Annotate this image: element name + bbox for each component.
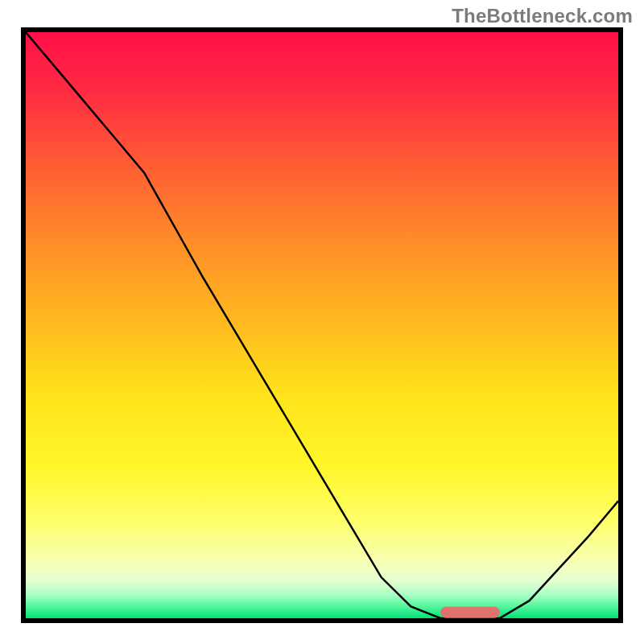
optimal-range-marker [440, 607, 500, 618]
plot-area [26, 32, 618, 618]
plot-frame [21, 27, 623, 623]
chart-container: TheBottleneck.com [0, 0, 644, 644]
gradient-background [26, 32, 618, 618]
chart-svg [26, 32, 618, 618]
attribution-label: TheBottleneck.com [452, 5, 633, 27]
